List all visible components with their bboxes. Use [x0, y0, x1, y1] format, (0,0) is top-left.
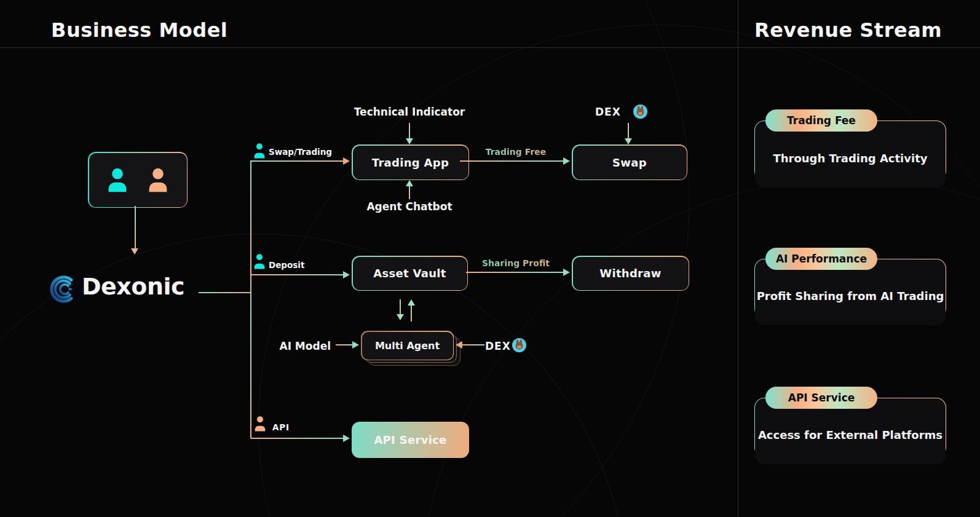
technical-indicator-arrow-line	[409, 123, 410, 139]
arrowhead-right	[563, 269, 570, 276]
dex-side-arrow-line	[462, 344, 484, 345]
arrowhead-down	[397, 314, 404, 320]
branch-api-label: API	[272, 422, 290, 432]
arrowhead-down	[406, 138, 413, 144]
dexonic-logo-text: Dexonic	[82, 273, 184, 300]
api-service-node: API Service	[352, 422, 469, 458]
ai-model-arrow-line	[336, 344, 353, 345]
withdraw-label: Withdraw	[573, 257, 689, 290]
users-box	[88, 152, 188, 208]
arrowhead-left	[456, 341, 462, 349]
business-model-title: Business Model	[51, 18, 227, 42]
trading-app-node: Trading App	[352, 144, 469, 180]
revenue-stream-title: Revenue Stream	[754, 18, 942, 42]
withdraw-node: Withdraw	[572, 256, 689, 291]
vault-to-agent-line	[400, 299, 401, 315]
asset-vault-node: Asset Vault	[352, 256, 468, 291]
revenue-card-ai-performance: AI Performance Profit Sharing from AI Tr…	[754, 259, 946, 318]
api-service-badge: API Service	[765, 387, 877, 409]
arrowhead-right	[343, 435, 350, 442]
sharing-profit-label: Sharing Profit	[470, 258, 562, 268]
dex-top-label: DEX	[595, 106, 621, 118]
user-orange-icon	[144, 166, 172, 194]
branch-swap-trading-label: Swap/Trading	[269, 147, 332, 157]
arrowhead-right	[352, 341, 359, 349]
arrowhead-down	[131, 248, 138, 255]
branch-trunk-line	[250, 160, 251, 438]
users-to-logo-line	[135, 206, 136, 249]
ai-performance-badge: AI Performance	[765, 248, 877, 270]
agent-chatbot-arrow-line	[409, 186, 410, 199]
pancakeswap-bunny-icon	[633, 105, 647, 119]
revenue-card-trading-fee: Trading Fee Through Trading Activity	[754, 120, 946, 181]
sharing-profit-line	[466, 272, 563, 273]
multi-agent-label: Multi Agent	[362, 332, 453, 360]
arrowhead-right	[563, 157, 570, 165]
arrowhead-right	[343, 271, 350, 278]
logo-connector-line	[199, 292, 251, 293]
swap-label: Swap	[573, 146, 687, 180]
person-cyan-icon	[253, 253, 266, 269]
infographic-canvas: Business Model Revenue Stream Dexonic	[0, 0, 980, 517]
arrowhead-right	[343, 157, 350, 165]
trading-free-line	[460, 160, 563, 162]
branch-deposit-label: Deposit	[269, 260, 304, 270]
ai-model-label: AI Model	[258, 340, 331, 352]
panel-divider-line	[738, 0, 738, 517]
trading-free-label: Trading Free	[470, 147, 562, 157]
deposit-line	[251, 274, 343, 275]
arrowhead-down	[625, 138, 632, 144]
revenue-card-api-service: API Service Access for External Platform…	[754, 398, 946, 457]
api-service-label: API Service	[353, 423, 468, 457]
multi-agent-node: Multi Agent	[361, 331, 454, 360]
asset-vault-label: Asset Vault	[353, 257, 467, 290]
person-cyan-icon	[253, 143, 266, 159]
dexonic-logo-icon	[48, 275, 77, 304]
agent-to-vault-line	[411, 305, 412, 322]
agent-chatbot-label: Agent Chatbot	[348, 200, 471, 213]
technical-indicator-label: Technical Indicator	[348, 106, 471, 118]
dex-side-label: DEX	[485, 340, 511, 352]
header-divider-line	[0, 47, 980, 48]
swap-node: Swap	[572, 144, 687, 180]
pancakeswap-bunny-icon	[512, 338, 526, 352]
trading-app-label: Trading App	[353, 146, 468, 180]
dex-swap-arrow-line	[628, 123, 629, 139]
user-cyan-icon	[103, 166, 132, 194]
person-orange-icon	[254, 416, 266, 432]
swap-trading-line	[251, 160, 343, 162]
trading-fee-badge: Trading Fee	[765, 109, 877, 132]
api-line	[251, 438, 343, 439]
